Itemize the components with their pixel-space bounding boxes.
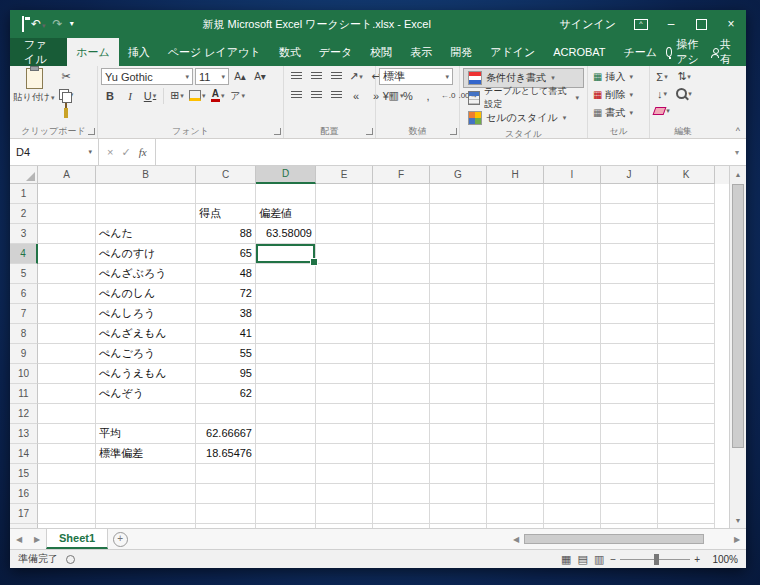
sheet-nav-prev-button[interactable]: ◀ bbox=[10, 529, 28, 549]
cell-F18[interactable] bbox=[373, 524, 430, 528]
find-select-button[interactable]: ▾ bbox=[675, 85, 693, 102]
decrease-font-button[interactable]: A▾ bbox=[251, 68, 269, 85]
expand-formula-bar-button[interactable]: ▾ bbox=[728, 139, 746, 165]
bold-button[interactable]: B bbox=[101, 87, 119, 104]
cell-D18[interactable] bbox=[256, 524, 316, 528]
cell-B17[interactable] bbox=[96, 504, 196, 524]
cell-H1[interactable] bbox=[487, 184, 544, 204]
cell-F14[interactable] bbox=[373, 444, 430, 464]
row-header-1[interactable]: 1 bbox=[10, 184, 38, 204]
cell-A6[interactable] bbox=[38, 284, 96, 304]
cell-J18[interactable] bbox=[601, 524, 658, 528]
cell-A14[interactable] bbox=[38, 444, 96, 464]
cell-A9[interactable] bbox=[38, 344, 96, 364]
cell-I11[interactable] bbox=[544, 384, 601, 404]
cell-F8[interactable] bbox=[373, 324, 430, 344]
cell-K6[interactable] bbox=[658, 284, 715, 304]
sheet-nav-next-button[interactable]: ▶ bbox=[28, 529, 46, 549]
cell-I2[interactable] bbox=[544, 204, 601, 224]
cell-I3[interactable] bbox=[544, 224, 601, 244]
horizontal-scrollbar[interactable]: ◀ ▶ bbox=[507, 529, 746, 549]
cell-D14[interactable] bbox=[256, 444, 316, 464]
cell-A15[interactable] bbox=[38, 464, 96, 484]
cell-A3[interactable] bbox=[38, 224, 96, 244]
cell-J16[interactable] bbox=[601, 484, 658, 504]
cell-C10[interactable]: 95 bbox=[196, 364, 256, 384]
cell-K2[interactable] bbox=[658, 204, 715, 224]
cell-E5[interactable] bbox=[316, 264, 373, 284]
cell-G10[interactable] bbox=[430, 364, 487, 384]
cell-F17[interactable] bbox=[373, 504, 430, 524]
cell-J13[interactable] bbox=[601, 424, 658, 444]
cell-E14[interactable] bbox=[316, 444, 373, 464]
cell-E11[interactable] bbox=[316, 384, 373, 404]
font-dialog-launcher[interactable] bbox=[274, 128, 281, 135]
percent-format-button[interactable]: % bbox=[399, 87, 417, 104]
number-format-combo[interactable]: 標準▾ bbox=[379, 68, 453, 85]
row-header-14[interactable]: 14 bbox=[10, 444, 38, 464]
column-header-J[interactable]: J bbox=[601, 166, 658, 184]
cell-B1[interactable] bbox=[96, 184, 196, 204]
customize-qat-button[interactable]: ▾ bbox=[70, 20, 74, 28]
cell-E17[interactable] bbox=[316, 504, 373, 524]
new-sheet-button[interactable]: + bbox=[108, 529, 132, 549]
phonetic-guide-button[interactable]: ア▾ bbox=[229, 87, 247, 104]
cell-B6[interactable]: ぺんのしん bbox=[96, 284, 196, 304]
clipboard-dialog-launcher[interactable] bbox=[88, 128, 95, 135]
cell-E10[interactable] bbox=[316, 364, 373, 384]
format-cells-button[interactable]: ▦ 書式▾ bbox=[591, 104, 646, 122]
tab-file[interactable]: ファイル bbox=[10, 38, 67, 66]
cell-J11[interactable] bbox=[601, 384, 658, 404]
cell-J8[interactable] bbox=[601, 324, 658, 344]
cell-F15[interactable] bbox=[373, 464, 430, 484]
row-header-13[interactable]: 13 bbox=[10, 424, 38, 444]
font-name-combo[interactable]: Yu Gothic▾ bbox=[101, 68, 193, 85]
row-header-5[interactable]: 5 bbox=[10, 264, 38, 284]
cell-D15[interactable] bbox=[256, 464, 316, 484]
page-break-view-button[interactable]: ▥ bbox=[594, 554, 604, 565]
cell-K8[interactable] bbox=[658, 324, 715, 344]
cell-K5[interactable] bbox=[658, 264, 715, 284]
cell-K3[interactable] bbox=[658, 224, 715, 244]
cell-G16[interactable] bbox=[430, 484, 487, 504]
scroll-right-button[interactable]: ▶ bbox=[730, 535, 744, 544]
column-header-G[interactable]: G bbox=[430, 166, 487, 184]
cell-I8[interactable] bbox=[544, 324, 601, 344]
align-center-button[interactable] bbox=[307, 87, 325, 104]
cell-H13[interactable] bbox=[487, 424, 544, 444]
undo-button[interactable]: ↶▾ bbox=[31, 18, 46, 30]
cell-F12[interactable] bbox=[373, 404, 430, 424]
cell-B16[interactable] bbox=[96, 484, 196, 504]
row-header-9[interactable]: 9 bbox=[10, 344, 38, 364]
zoom-slider[interactable] bbox=[620, 559, 690, 560]
cell-K16[interactable] bbox=[658, 484, 715, 504]
cell-B12[interactable] bbox=[96, 404, 196, 424]
cell-C6[interactable]: 72 bbox=[196, 284, 256, 304]
cell-H15[interactable] bbox=[487, 464, 544, 484]
cell-F2[interactable] bbox=[373, 204, 430, 224]
zoom-out-button[interactable]: − bbox=[610, 554, 616, 565]
row-header-12[interactable]: 12 bbox=[10, 404, 38, 424]
column-header-K[interactable]: K bbox=[658, 166, 715, 184]
currency-format-button[interactable]: ¥▾ bbox=[379, 87, 397, 104]
cell-G13[interactable] bbox=[430, 424, 487, 444]
cell-B18[interactable] bbox=[96, 524, 196, 528]
cell-C12[interactable] bbox=[196, 404, 256, 424]
cell-E7[interactable] bbox=[316, 304, 373, 324]
cell-D12[interactable] bbox=[256, 404, 316, 424]
scroll-down-button[interactable]: ▼ bbox=[730, 512, 746, 528]
cell-E9[interactable] bbox=[316, 344, 373, 364]
vertical-scroll-track[interactable] bbox=[730, 182, 746, 512]
cell-I13[interactable] bbox=[544, 424, 601, 444]
column-header-D[interactable]: D bbox=[256, 166, 316, 184]
column-header-A[interactable]: A bbox=[38, 166, 96, 184]
fill-color-button[interactable]: ▾ bbox=[188, 87, 207, 104]
cell-I9[interactable] bbox=[544, 344, 601, 364]
cell-J1[interactable] bbox=[601, 184, 658, 204]
tab-挿入[interactable]: 挿入 bbox=[119, 38, 159, 66]
row-header-6[interactable]: 6 bbox=[10, 284, 38, 304]
cell-C2[interactable]: 得点 bbox=[196, 204, 256, 224]
cell-I5[interactable] bbox=[544, 264, 601, 284]
cell-A4[interactable] bbox=[38, 244, 96, 264]
cell-B7[interactable]: ぺんしろう bbox=[96, 304, 196, 324]
